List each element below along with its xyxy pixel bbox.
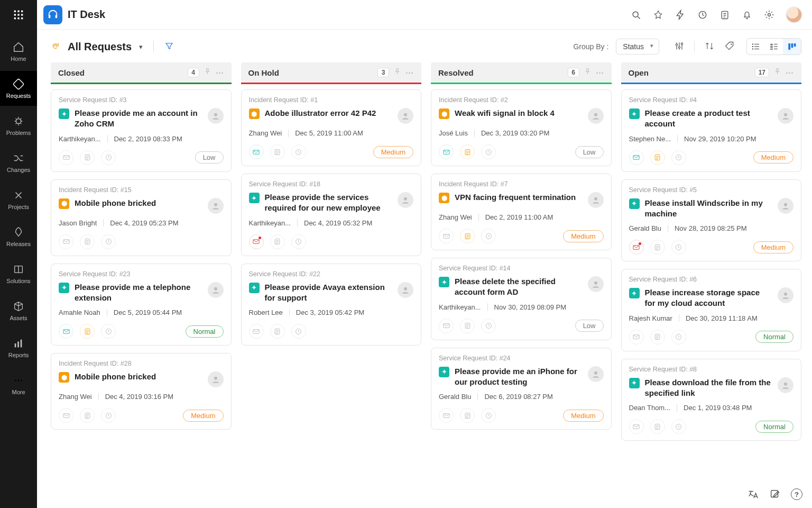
request-card[interactable]: Service Request ID: #24 ✦ Please provide… xyxy=(431,348,612,430)
mail-icon[interactable] xyxy=(629,330,644,344)
note-icon[interactable] xyxy=(460,319,475,333)
view-list[interactable] xyxy=(747,39,765,55)
assignee-avatar[interactable] xyxy=(208,198,224,214)
assignee-avatar[interactable] xyxy=(398,192,413,208)
sidebar-item-changes[interactable]: Changes xyxy=(0,145,37,180)
assignee-avatar[interactable] xyxy=(778,108,793,124)
assignee-avatar[interactable] xyxy=(778,198,793,214)
view-detail[interactable] xyxy=(765,39,783,55)
pin-icon[interactable] xyxy=(204,68,211,77)
view-title[interactable]: All Requests xyxy=(68,41,132,53)
note-icon[interactable] xyxy=(270,144,285,159)
pin-star-icon[interactable] xyxy=(652,9,664,21)
clock-icon[interactable] xyxy=(481,144,496,159)
language-icon[interactable] xyxy=(746,488,759,501)
assignee-avatar[interactable] xyxy=(398,282,413,298)
assignee-avatar[interactable] xyxy=(778,377,793,393)
column-header[interactable]: On Hold 3 ⋯ xyxy=(241,62,422,84)
sidebar-item-home[interactable]: Home xyxy=(0,34,37,69)
request-card[interactable]: Incident Request ID: #1 ⬢ Adobe illustra… xyxy=(241,89,422,166)
sidebar-item-projects[interactable]: Projects xyxy=(0,182,37,217)
clock-icon[interactable] xyxy=(671,150,686,165)
note-icon[interactable] xyxy=(80,150,95,165)
mail-icon[interactable] xyxy=(439,319,454,333)
column-more-icon[interactable]: ⋯ xyxy=(596,68,604,77)
bell-icon[interactable] xyxy=(741,9,753,21)
request-card[interactable]: Service Request ID: #3 ✦ Please provide … xyxy=(51,89,232,172)
mail-icon[interactable] xyxy=(249,234,264,249)
note-icon[interactable] xyxy=(270,324,285,339)
sidebar-item-reports[interactable]: Reports xyxy=(0,330,37,365)
mail-icon[interactable] xyxy=(249,144,264,159)
tag-icon[interactable] xyxy=(724,41,735,53)
request-card[interactable]: Service Request ID: #18 ✦ Please provide… xyxy=(241,174,422,256)
column-header[interactable]: Resolved 6 ⋯ xyxy=(431,62,612,84)
mail-icon[interactable] xyxy=(629,150,644,165)
assignee-avatar[interactable] xyxy=(208,371,224,387)
mail-icon[interactable] xyxy=(59,234,73,249)
request-card[interactable]: Service Request ID: #22 ✦ Please provide… xyxy=(241,264,422,346)
sidebar-item-releases[interactable]: Releases xyxy=(0,219,37,254)
pin-icon[interactable] xyxy=(393,68,401,77)
request-card[interactable]: Incident Request ID: #2 ⬢ Weak wifi sign… xyxy=(431,89,612,166)
request-card[interactable]: Incident Request ID: #15 ⬢ Mobile phone … xyxy=(51,179,232,256)
column-more-icon[interactable]: ⋯ xyxy=(786,68,794,77)
help-icon[interactable]: ? xyxy=(791,488,802,500)
groupby-select[interactable]: Status xyxy=(616,39,659,55)
app-launcher-button[interactable] xyxy=(0,0,37,30)
view-kanban[interactable] xyxy=(783,39,801,55)
sidebar-item-more[interactable]: More xyxy=(0,367,37,402)
chevron-down-icon[interactable]: ▾ xyxy=(139,43,143,51)
column-header[interactable]: Closed 4 ⋯ xyxy=(51,62,232,84)
request-card[interactable]: Service Request ID: #6 ✦ Please increase… xyxy=(621,269,802,351)
sidebar-item-problems[interactable]: Problems xyxy=(0,108,37,143)
note-icon[interactable] xyxy=(650,330,665,344)
mail-icon[interactable] xyxy=(439,408,454,423)
note-icon[interactable] xyxy=(80,408,95,423)
note-icon[interactable] xyxy=(460,229,475,243)
mail-icon[interactable] xyxy=(629,419,644,434)
clock-icon[interactable] xyxy=(291,144,306,159)
note-icon[interactable] xyxy=(650,419,665,434)
request-card[interactable]: Incident Request ID: #7 ⬢ VPN facing fre… xyxy=(431,174,612,250)
request-card[interactable]: Service Request ID: #23 ✦ Please provide… xyxy=(51,264,232,346)
assignee-avatar[interactable] xyxy=(398,108,413,124)
gear-icon[interactable] xyxy=(763,9,775,21)
sidebar-item-requests[interactable]: Requests xyxy=(0,71,37,106)
clock-icon[interactable] xyxy=(481,408,496,423)
clock-icon[interactable] xyxy=(101,150,116,165)
clock-icon[interactable] xyxy=(291,324,306,339)
search-icon[interactable] xyxy=(630,9,642,21)
refresh-icon[interactable] xyxy=(51,42,60,51)
clock-icon[interactable] xyxy=(671,419,686,434)
mail-icon[interactable] xyxy=(629,240,644,255)
assignee-avatar[interactable] xyxy=(588,276,604,292)
clock-icon[interactable] xyxy=(291,234,306,249)
column-more-icon[interactable]: ⋯ xyxy=(216,68,224,77)
note-icon[interactable] xyxy=(80,324,95,339)
note-icon[interactable] xyxy=(80,234,95,249)
assignee-avatar[interactable] xyxy=(588,366,604,382)
mail-icon[interactable] xyxy=(439,229,454,243)
clock-icon[interactable] xyxy=(671,330,686,344)
mail-icon[interactable] xyxy=(439,144,454,159)
note-icon[interactable] xyxy=(460,408,475,423)
clock-icon[interactable] xyxy=(481,319,496,333)
sliders-icon[interactable] xyxy=(674,41,685,53)
pin-icon[interactable] xyxy=(584,68,592,77)
assignee-avatar[interactable] xyxy=(208,108,224,124)
clock-icon[interactable] xyxy=(481,229,496,243)
mail-icon[interactable] xyxy=(249,324,264,339)
column-header[interactable]: Open 17 ⋯ xyxy=(621,62,802,84)
sidebar-item-assets[interactable]: Assets xyxy=(0,293,37,328)
assignee-avatar[interactable] xyxy=(778,287,793,303)
assignee-avatar[interactable] xyxy=(208,282,224,298)
history-icon[interactable] xyxy=(697,9,708,21)
filter-button[interactable] xyxy=(164,41,174,52)
clock-icon[interactable] xyxy=(101,324,116,339)
note-icon[interactable] xyxy=(270,234,285,249)
mail-icon[interactable] xyxy=(59,150,73,165)
pin-icon[interactable] xyxy=(773,68,781,77)
bolt-icon[interactable] xyxy=(675,9,686,21)
request-card[interactable]: Incident Request ID: #28 ⬢ Mobile phone … xyxy=(51,353,232,430)
